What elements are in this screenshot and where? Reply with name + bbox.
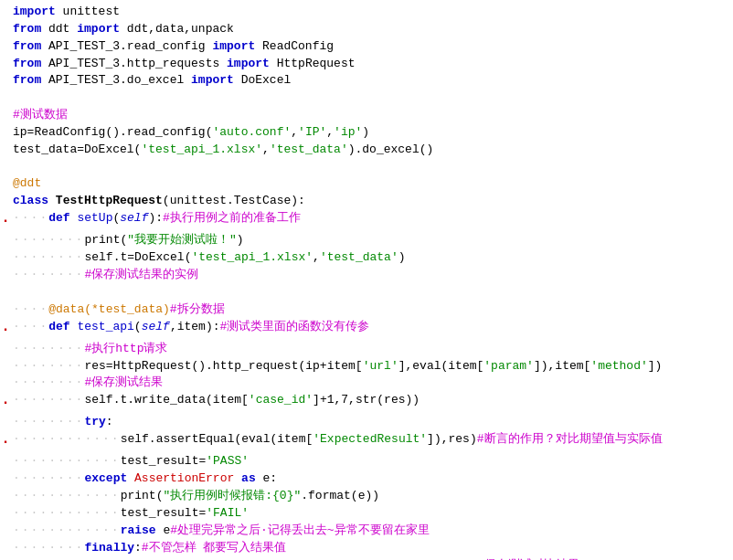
token-dot-indent: ········	[13, 268, 84, 281]
code-line: test_data=DoExcel('test_api_1.xlsx','tes…	[0, 142, 733, 159]
token-normal: test_data=DoExcel(	[13, 143, 141, 156]
code-line	[0, 284, 733, 301]
line-gutter	[0, 159, 11, 160]
token-normal: ReadConfig	[255, 39, 334, 53]
token-exception: AssertionError	[134, 471, 234, 485]
line-gutter	[0, 470, 11, 471]
line-code: from ddt import ddt,data,unpack	[11, 21, 733, 38]
token-dot-indent: ········	[13, 375, 84, 389]
code-line: import unittest	[0, 4, 733, 21]
code-line: ········try:	[0, 414, 733, 431]
line-gutter: ·	[0, 319, 11, 341]
code-line: ········#保存测试结果	[0, 375, 733, 392]
token-normal: ,	[326, 125, 334, 139]
token-string: 'test_data'	[320, 250, 398, 264]
token-string: 'auto.conf'	[212, 125, 291, 139]
token-string: 'test_api_1.xlsx'	[141, 143, 262, 156]
token-string: 'param'	[483, 359, 534, 373]
token-comment: #断言的作用？对比期望值与实际值	[477, 432, 663, 446]
token-funcname: setUp	[77, 211, 112, 225]
token-normal: HttpRequest	[270, 57, 356, 70]
token-normal: ):	[148, 211, 163, 225]
code-line: ········self.t=DoExcel('test_api_1.xlsx'…	[0, 249, 733, 267]
line-gutter: ·	[0, 392, 11, 414]
line-gutter	[0, 414, 11, 415]
token-normal: ]),item[	[534, 359, 590, 373]
token-string: 'test_api_1.xlsx'	[191, 250, 313, 264]
token-dot-indent: ········	[13, 342, 84, 355]
line-code: #测试数据	[11, 107, 733, 124]
code-line: from API_TEST_3.http_requests import Htt…	[0, 56, 733, 73]
token-string: 'ip'	[334, 125, 362, 139]
token-dot-indent: ····	[13, 302, 48, 316]
code-line: from API_TEST_3.read_config import ReadC…	[0, 38, 733, 56]
token-dot-indent: ············	[13, 506, 121, 520]
token-dot-indent: ············	[13, 454, 121, 468]
token-classname: TestHttpRequest	[56, 194, 163, 207]
line-gutter	[0, 505, 11, 506]
token-normal	[127, 471, 134, 485]
token-dot-indent: ········	[13, 541, 84, 555]
line-code: ········except AssertionError as e:	[11, 470, 733, 488]
token-kw: from	[13, 57, 41, 70]
line-code: ········try:	[11, 414, 733, 431]
code-editor[interactable]: import unittestfrom ddt import ddt,data,…	[0, 0, 733, 560]
token-kw: import	[13, 5, 56, 18]
token-normal: :	[134, 541, 142, 555]
token-kw: class	[13, 194, 48, 207]
code-line: class TestHttpRequest(unittest.TestCase)…	[0, 193, 733, 210]
token-normal: self.t=DoExcel(	[84, 250, 191, 264]
line-gutter	[0, 284, 11, 285]
code-line: ip=ReadConfig().read_config('auto.conf',…	[0, 124, 733, 142]
line-gutter	[0, 341, 11, 342]
token-comment: #执行http请求	[84, 342, 167, 355]
token-normal: unittest	[56, 5, 120, 18]
token-normal: test_result=	[121, 506, 207, 520]
token-string: "我要开始测试啦！"	[127, 233, 237, 247]
token-normal: API_TEST_3.http_requests	[41, 57, 227, 70]
token-kw: from	[13, 39, 41, 53]
token-comment: #拆分数据	[170, 302, 225, 316]
token-string: 'PASS'	[206, 454, 249, 468]
code-line: ····@data(*test_data)#拆分数据	[0, 301, 733, 319]
token-normal: .format(e))	[301, 489, 379, 502]
line-gutter	[0, 142, 11, 143]
token-normal: self.t.write_data(item[	[84, 393, 248, 407]
line-code: ············self.t.write_data(item['case…	[11, 557, 733, 560]
line-code: ip=ReadConfig().read_config('auto.conf',…	[11, 124, 733, 142]
token-comment: #不管怎样 都要写入结果值	[142, 541, 287, 555]
token-normal: ddt	[41, 22, 77, 36]
line-gutter	[0, 232, 11, 233]
line-code: ········self.t.write_data(item['case_id'…	[11, 392, 733, 409]
line-gutter	[0, 21, 11, 22]
token-dot-indent: ········	[13, 359, 84, 373]
token-kw: try	[84, 415, 105, 428]
token-dot-indent: ········	[13, 415, 84, 428]
token-dot-indent: ············	[13, 432, 121, 446]
token-normal: )	[362, 125, 369, 139]
token-kw: except	[84, 471, 127, 485]
line-gutter	[0, 175, 11, 176]
token-string: "执行用例时候报错:{0}"	[163, 489, 301, 502]
line-code: ············print("执行用例时候报错:{0}".format(…	[11, 488, 733, 505]
token-normal: ,	[291, 125, 298, 139]
token-decorator: @data(*test_data)	[48, 302, 170, 316]
line-code: from API_TEST_3.do_excel import DoExcel	[11, 72, 733, 90]
line-gutter	[0, 72, 11, 73]
token-normal: print(	[84, 233, 127, 247]
token-dot-indent: ············	[13, 489, 121, 502]
code-line: ············print("执行用例时候报错:{0}".format(…	[0, 488, 733, 505]
token-kw: from	[13, 22, 41, 36]
token-kw: def	[48, 211, 69, 225]
code-line: @ddt	[0, 175, 733, 193]
token-normal	[234, 471, 241, 485]
token-string: 'case_id'	[249, 393, 313, 407]
line-gutter	[0, 488, 11, 489]
line-gutter	[0, 107, 11, 108]
token-normal: )	[398, 250, 406, 264]
line-gutter	[0, 453, 11, 454]
token-normal: ip=ReadConfig().read_config(	[13, 125, 212, 139]
code-line: ········#保存测试结果的实例	[0, 267, 733, 284]
code-line: from ddt import ddt,data,unpack	[0, 21, 733, 38]
token-normal: test_result=	[121, 454, 207, 468]
